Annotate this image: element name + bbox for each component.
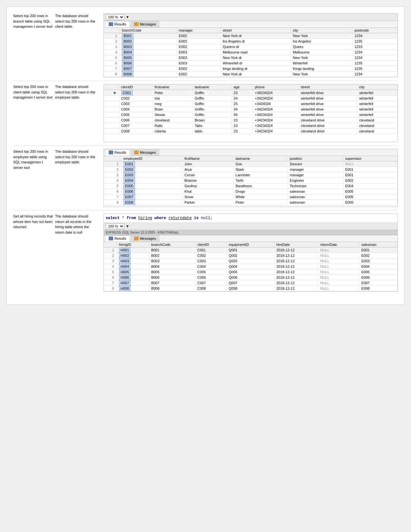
col-clientID: clientID <box>119 84 152 90</box>
tab-messages-4[interactable]: Messages <box>131 235 160 242</box>
employee-id-cell: E002 <box>123 167 135 172</box>
sql-table-hiring: hiring <box>138 216 152 220</box>
table-row: 4B004E003Melbourne roadMelbourne1234 <box>104 50 397 55</box>
section-1-result: 100 % ▼ Results Messages branchC <box>103 13 398 77</box>
hiring-id-cell: H007 <box>119 280 131 285</box>
table-row: 4H004B004C004Q0042018-12-12NULLE004 <box>104 264 397 269</box>
col-supervisor: supervisor <box>343 156 397 161</box>
col-hireDate: hireDate <box>274 242 318 247</box>
col-city: city <box>291 28 352 33</box>
table-row: 5H005B005C005Q0052018-12-12NULLE005 <box>104 269 397 275</box>
employee-table: employeeID firstName lastname position s… <box>104 156 397 205</box>
section-2-left: Select top 200 rows in client table usin… <box>13 84 103 142</box>
table-row: 5B005E003New York drNew York1234 <box>104 55 397 61</box>
tab-results-3[interactable]: Results <box>105 149 130 156</box>
col-age: age <box>231 84 253 90</box>
section-1-expected: The database should select top 200 rows … <box>55 13 97 77</box>
section-2-result: clientID firstname lastname age phone st… <box>103 84 398 142</box>
tab-results-1[interactable]: Results <box>105 21 130 27</box>
table-row: ▶C001PeterGriffin23+34234324winterfell d… <box>104 90 397 96</box>
section-4-toolbar: 100 % ▼ <box>104 223 397 230</box>
messages-icon-1 <box>134 22 139 26</box>
col-city: city <box>357 84 397 90</box>
branch-code-cell: B006 <box>122 61 133 66</box>
tab-messages-label-1: Messages <box>140 22 156 26</box>
branch-table: branchCode manager street city postcode … <box>104 28 397 77</box>
col-equipmentID: equipmentID <box>227 242 274 247</box>
results-icon-3 <box>109 150 113 154</box>
table-row: 3B003E002Queens drQuees1233 <box>104 44 397 50</box>
hiring-table: hiringID branchCode clientID equipmentID… <box>104 242 397 291</box>
sql-keyword-select: select <box>106 216 120 220</box>
section-4-expected: The database should return all records i… <box>55 214 97 292</box>
toolbar-arrow-4: ▼ <box>126 224 129 228</box>
tab-results-label-1: Results <box>114 22 126 26</box>
section-4-left: Get all hiring records that whose item h… <box>13 214 103 292</box>
table-row: 6B006E003Winteefell drWinterfell1235 <box>104 61 397 66</box>
section-1-toolbar: 100 % ▼ <box>104 14 397 21</box>
results-icon-4 <box>109 237 113 240</box>
table-row: 8E008ParkerPetersalesmanE005 <box>104 200 397 205</box>
messages-icon-4 <box>134 237 139 240</box>
section-3-description: Select top 200 rows in employee table us… <box>13 149 55 207</box>
col-street: street <box>299 84 357 90</box>
branch-code-cell: B002 <box>122 39 133 44</box>
col-rownum <box>104 84 119 90</box>
client-table: clientID firstname lastname age phone st… <box>104 84 397 134</box>
table-row: 1H001B001C001Q0012018-12-12NULLE001 <box>104 247 397 253</box>
col-lastname: lastname <box>233 156 288 161</box>
hiring-id-cell: H001 <box>119 247 131 253</box>
section-4-result: select * from hiring where returndate is… <box>103 214 398 292</box>
zoom-select-1[interactable]: 100 % <box>106 14 124 20</box>
client-id-cell: C001 <box>121 90 133 95</box>
col-rownum <box>104 242 117 247</box>
hiring-id-cell: H004 <box>119 264 131 269</box>
hiring-id-cell: H003 <box>119 258 131 264</box>
col-rownum <box>104 28 120 33</box>
employee-id-cell: E008 <box>123 200 135 205</box>
table-row: 5E005GeofreyBaratheonTechnicianE004 <box>104 183 397 189</box>
zoom-select-4[interactable]: 100 % <box>106 223 124 229</box>
hiring-id-cell: H006 <box>119 275 131 280</box>
tab-messages-label-3: Messages <box>140 150 156 154</box>
hiring-id-cell: H005 <box>119 269 131 275</box>
col-postcode: postcode <box>352 28 397 33</box>
branch-code-cell: B004 <box>122 50 133 55</box>
col-employeeID: employeeID <box>121 156 182 161</box>
branch-code-cell: B005 <box>122 55 133 60</box>
employee-id-cell: E007 <box>123 194 135 199</box>
section-3: Select top 200 rows in employee table us… <box>13 149 398 210</box>
col-hiringID: hiringID <box>117 242 149 247</box>
section-4: Get all hiring records that whose item h… <box>13 214 398 295</box>
col-firstName: firstName <box>182 156 234 161</box>
table-row: 7E007SnowWhitesalesmanE005 <box>104 194 397 200</box>
tab-results-4[interactable]: Results <box>105 235 130 242</box>
tab-messages-3[interactable]: Messages <box>131 149 160 156</box>
col-street: street <box>220 28 291 33</box>
table-row: C005StewieGriffin56+34234324winterfell d… <box>104 112 397 118</box>
table-row: 4E004BrianneTarthEngineerE002 <box>104 178 397 183</box>
tab-results-label-3: Results <box>114 150 126 154</box>
section-2-description: Select top 200 rows in client table usin… <box>13 84 55 142</box>
table-row: 2E002AryaStarkmanagerE001 <box>104 167 397 172</box>
page-container: Select top 200 rows in branch table usin… <box>6 6 405 305</box>
section-1: Select top 200 rows in branch table usin… <box>13 13 398 81</box>
messages-icon-3 <box>134 150 139 154</box>
client-table-header: clientID firstname lastname age phone st… <box>104 84 397 90</box>
section-1-left: Select top 200 rows in branch table usin… <box>13 13 103 77</box>
table-row: C002loisGriffin24+34234324winterfell dri… <box>104 96 397 101</box>
section-2-expected: The database should select top 200 rows … <box>55 84 97 142</box>
col-lastname: lastname <box>193 84 232 90</box>
table-row: 1E001JohnDoeDirectorNULL <box>104 161 397 167</box>
col-salesman: salesman <box>359 242 397 247</box>
employee-id-cell: E006 <box>123 189 135 194</box>
col-clientID: clientID <box>195 242 227 247</box>
sql-keyword-from: from <box>127 216 136 220</box>
section-3-expected: The database should select top 200 rows … <box>55 149 97 207</box>
col-rownum <box>104 156 121 161</box>
col-manager: manager <box>177 28 220 33</box>
table-row: 7B007E002kings landing drKings landing12… <box>104 66 397 72</box>
sql-editor: select * from hiring where returndate is… <box>104 214 397 223</box>
tab-messages-1[interactable]: Messages <box>131 21 160 27</box>
table-row: 8B008E002New York drNew York1234 <box>104 72 397 77</box>
